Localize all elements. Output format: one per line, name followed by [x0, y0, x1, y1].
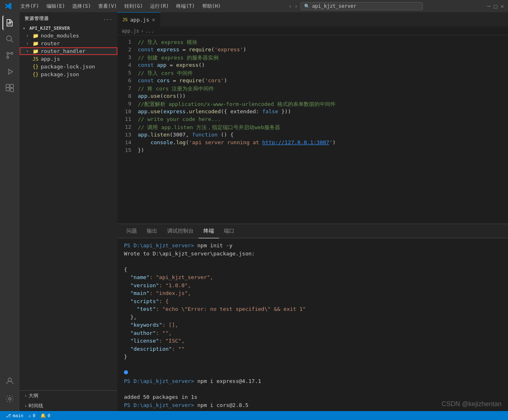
folder-icon: 📁 [33, 48, 39, 54]
code-line: 13app.listen(3007, function () { [117, 132, 508, 139]
terminal-line [124, 257, 501, 266]
menu-item-查看(V)[interactable]: 查看(V) [95, 2, 120, 11]
line-number: 4 [117, 62, 138, 68]
status-branch-text: main [13, 413, 24, 418]
line-number: 2 [117, 46, 138, 53]
activity-explorer-icon[interactable] [2, 15, 17, 30]
project-name: API_KJZT_SERVER [29, 26, 70, 31]
git-branch-icon: ⎇ [6, 413, 11, 418]
terminal-line [124, 361, 501, 369]
outline-section: › 大纲 › 时间线 [20, 390, 117, 411]
sidebar-item-label: node_modules [41, 33, 79, 39]
editor-area: JS app.js ✕ app.js › ... 1// 导入 express … [117, 12, 508, 411]
svg-rect-10 [10, 88, 13, 92]
chevron-right-icon: › [26, 49, 33, 53]
status-warnings[interactable]: 🔔 0 [38, 413, 53, 418]
line-number: 10 [117, 108, 138, 114]
svg-rect-11 [6, 84, 9, 88]
activity-extensions-icon[interactable] [2, 81, 17, 95]
terminal-tabs: 问题 输出 调试控制台 终端 端口 [117, 224, 508, 238]
activity-bar [0, 12, 20, 411]
terminal-line: }, [124, 313, 501, 321]
terminal-tab-ports[interactable]: 端口 [219, 224, 239, 238]
sidebar-item-appjs[interactable]: › JS app.js [20, 55, 117, 63]
svg-point-12 [8, 378, 11, 381]
terminal-line: Wrote to D:\api_kjzt_server\package.json… [124, 250, 501, 258]
outline-label: 大纲 [29, 392, 38, 399]
activity-settings-icon[interactable] [2, 391, 17, 406]
svg-point-13 [9, 398, 11, 400]
status-branch[interactable]: ⎇ main [3, 413, 26, 418]
project-root[interactable]: ▾ API_KJZT_SERVER [20, 25, 117, 32]
line-content: const cors = require('cors') [138, 77, 508, 84]
svg-rect-8 [6, 88, 9, 91]
code-line: 3// 创建 express 的服务器实例 [117, 54, 508, 62]
code-line: 11// write your code here... [117, 116, 508, 124]
sidebar-menu-button[interactable]: ... [103, 16, 113, 21]
tab-close-button[interactable]: ✕ [152, 16, 155, 23]
tab-bar: JS app.js ✕ [117, 12, 508, 26]
vscode-icon [4, 2, 12, 10]
status-errors[interactable]: ⚠ 0 [26, 413, 38, 418]
sidebar-item-node-modules[interactable]: › 📁 node_modules [20, 32, 117, 40]
terminal-line: "name": "api_kjzt_server", [124, 273, 501, 281]
sidebar: 资源管理器 ... ▾ API_KJZT_SERVER › 📁 node_mod… [20, 12, 117, 411]
terminal-line: "author": "", [124, 329, 501, 337]
line-content: // 创建 express 的服务器实例 [138, 54, 508, 62]
search-bar[interactable]: 🔍 api_kjzt_server [300, 2, 423, 10]
menu-item-转到(G)[interactable]: 转到(G) [121, 2, 146, 11]
terminal-content[interactable]: PS D:\api_kjzt_server> npm init -yWrote … [117, 238, 508, 411]
title-bar: 文件(F)编辑(E)选择(S)查看(V)转到(G)运行(R)终端(T)帮助(H)… [0, 0, 508, 12]
main-layout: 资源管理器 ... ▾ API_KJZT_SERVER › 📁 node_mod… [0, 12, 508, 411]
sidebar-item-label: package.json [41, 71, 79, 77]
line-content: console.log('api server running at http:… [138, 139, 508, 145]
svg-point-2 [7, 36, 11, 41]
line-number: 9 [117, 101, 138, 107]
terminal-line: "version": "1.0.0", [124, 281, 501, 290]
outline-toggle[interactable]: › 大纲 [20, 391, 117, 401]
activity-git-icon[interactable] [2, 48, 17, 63]
code-line: 2const express = require('express') [117, 46, 508, 54]
minimize-button[interactable]: ─ [487, 3, 490, 9]
code-editor[interactable]: 1// 导入 express 模块2const express = requir… [117, 35, 508, 224]
activity-search-icon[interactable] [2, 32, 17, 46]
menu-item-选择(S)[interactable]: 选择(S) [69, 2, 94, 11]
terminal-tab-output[interactable]: 输出 [142, 224, 162, 238]
sidebar-item-package-lock[interactable]: › {} package-lock.json [20, 63, 117, 70]
line-content: app.use(express.urlencoded({ extended: f… [138, 108, 508, 114]
sidebar-item-router[interactable]: › 📁 router [20, 40, 117, 47]
menu-item-帮助(H)[interactable]: 帮助(H) [199, 2, 224, 11]
terminal-line: "keywords": [], [124, 321, 501, 329]
timeline-toggle[interactable]: › 时间线 [20, 401, 117, 411]
menu-item-运行(R)[interactable]: 运行(R) [147, 2, 172, 11]
sidebar-item-router-handler[interactable]: › 📁 router_handler [20, 47, 117, 55]
terminal-tab-debug[interactable]: 调试控制台 [162, 224, 199, 238]
line-number: 7 [117, 85, 138, 91]
breadcrumb-separator: › [141, 28, 144, 34]
tab-appjs[interactable]: JS app.js ✕ [117, 12, 161, 26]
nav-back-icon[interactable]: ‹ [289, 3, 292, 9]
warning-icon: 🔔 [40, 413, 46, 418]
menu-item-文件(F)[interactable]: 文件(F) [17, 2, 42, 11]
tab-label: app.js [130, 17, 149, 23]
close-button[interactable]: ✕ [501, 3, 504, 9]
line-number: 3 [117, 54, 138, 60]
terminal-line: PS D:\api_kjzt_server> npm i express@4.1… [124, 377, 501, 385]
chevron-right-icon: › [26, 33, 33, 38]
sidebar-item-label: package-lock.json [41, 64, 95, 70]
terminal-line: added 50 packages in 1s [124, 393, 501, 401]
svg-marker-7 [9, 69, 13, 74]
line-number: 12 [117, 124, 138, 130]
menu-item-终端(T)[interactable]: 终端(T) [173, 2, 198, 11]
activity-debug-icon[interactable] [2, 64, 17, 79]
terminal-tab-problems[interactable]: 问题 [121, 224, 142, 238]
sidebar-item-package-json[interactable]: › {} package.json [20, 70, 117, 78]
menu-item-编辑(E)[interactable]: 编辑(E) [43, 2, 68, 11]
terminal-line [124, 385, 501, 394]
activity-account-icon[interactable] [2, 374, 17, 388]
terminal-tab-terminal[interactable]: 终端 [199, 224, 219, 238]
code-line: 5// 导入 cors 中间件 [117, 70, 508, 77]
nav-forward-icon[interactable]: › [294, 3, 298, 9]
maximize-button[interactable]: □ [494, 3, 497, 9]
js-file-icon: JS [33, 56, 39, 62]
